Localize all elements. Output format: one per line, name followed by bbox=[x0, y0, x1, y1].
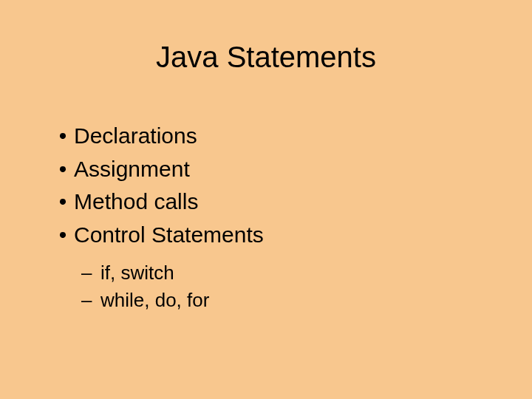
slide-content: • Declarations • Assignment • Method cal… bbox=[52, 118, 502, 315]
slide-title: Java Statements bbox=[0, 41, 532, 74]
bullet-glyph: • bbox=[52, 154, 74, 185]
bullet-glyph: • bbox=[52, 187, 74, 217]
sub-bullet-item: – if, switch bbox=[81, 260, 502, 286]
bullet-text: Declarations bbox=[74, 121, 197, 151]
bullet-text: Control Statements bbox=[74, 220, 264, 250]
sub-bullet-text: while, do, for bbox=[100, 287, 209, 313]
bullet-item: • Assignment bbox=[52, 154, 502, 185]
dash-glyph: – bbox=[81, 287, 100, 313]
bullet-item: • Declarations bbox=[52, 121, 502, 151]
bullet-item: • Control Statements bbox=[52, 220, 502, 250]
bullet-text: Method calls bbox=[74, 187, 198, 217]
bullet-item: • Method calls bbox=[52, 187, 502, 217]
dash-glyph: – bbox=[81, 260, 100, 286]
bullet-glyph: • bbox=[52, 220, 74, 250]
sub-bullet-text: if, switch bbox=[100, 260, 174, 286]
sub-bullet-group: – if, switch – while, do, for bbox=[81, 260, 502, 313]
sub-bullet-item: – while, do, for bbox=[81, 287, 502, 313]
bullet-glyph: • bbox=[52, 121, 74, 151]
slide: Java Statements • Declarations • Assignm… bbox=[0, 0, 532, 399]
bullet-text: Assignment bbox=[74, 154, 190, 185]
